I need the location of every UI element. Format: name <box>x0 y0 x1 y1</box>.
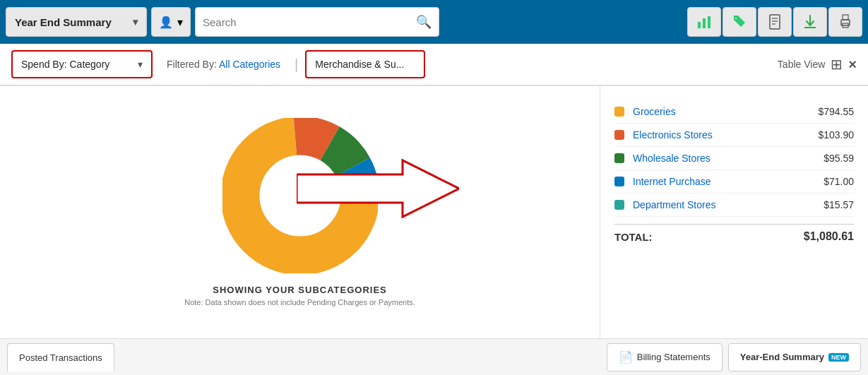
chart-subtitle: Note: Data shown does not include Pendin… <box>184 298 415 306</box>
legend-color-dot <box>614 177 624 186</box>
legend-item[interactable]: Internet Purchase $71.00 <box>614 170 854 194</box>
table-view-controls: Table View ⊞ × <box>778 56 857 73</box>
grid-view-icon[interactable]: ⊞ <box>831 56 843 73</box>
download-icon <box>802 13 819 30</box>
legend-category-name[interactable]: Wholesale Stores <box>633 153 824 164</box>
donut-chart-svg <box>222 118 378 273</box>
legend-category-name[interactable]: Electronics Stores <box>633 129 818 141</box>
user-icon: 👤 <box>159 16 173 29</box>
spend-by-dropdown[interactable]: Spend By: Category ▾ <box>11 50 153 78</box>
legend-item[interactable]: Department Stores $15.57 <box>614 194 854 217</box>
close-icon[interactable]: × <box>848 56 857 73</box>
svg-rect-0 <box>698 22 701 28</box>
legend-category-amount: $71.00 <box>824 176 854 187</box>
legend-color-dot <box>614 130 624 140</box>
new-badge: NEW <box>828 353 849 362</box>
download-button[interactable] <box>793 7 827 37</box>
billing-label: Billing Statements <box>637 352 711 362</box>
bar-chart-icon <box>696 13 713 30</box>
document-icon <box>766 13 783 30</box>
total-amount: $1,080.61 <box>804 230 854 243</box>
legend-color-dot <box>614 107 624 117</box>
chart-area: SHOWING YOUR SUBCATEGORIES Note: Data sh… <box>0 86 600 338</box>
tag-icon <box>731 13 748 30</box>
legend-item[interactable]: Wholesale Stores $95.59 <box>614 147 854 170</box>
spend-chevron-icon: ▾ <box>138 59 143 70</box>
legend-category-amount: $95.59 <box>824 153 854 164</box>
legend-area: Groceries $794.55 Electronics Stores $10… <box>600 86 868 338</box>
user-chevron-icon: ▾ <box>177 16 183 29</box>
bar-chart-button[interactable] <box>687 7 721 37</box>
posted-transactions-label: Posted Transactions <box>19 352 102 363</box>
search-icon[interactable]: 🔍 <box>416 14 432 30</box>
legend-list: Groceries $794.55 Electronics Stores $10… <box>614 100 854 217</box>
year-end-summary-label: Year-End Summary <box>740 352 824 362</box>
filter-text: Filtered By: All Categories <box>160 59 287 70</box>
search-input[interactable] <box>203 16 416 28</box>
document-button[interactable] <box>758 7 792 37</box>
total-label: TOTAL: <box>614 231 804 243</box>
billing-icon: 📄 <box>619 350 633 364</box>
legend-category-name[interactable]: Department Stores <box>633 199 824 210</box>
donut-chart <box>222 118 378 273</box>
year-end-chevron-icon: ▾ <box>133 16 138 28</box>
table-view-text: Table View <box>778 59 825 70</box>
chart-title: SHOWING YOUR SUBCATEGORIES <box>184 285 415 295</box>
year-end-label: Year End Summary <box>15 16 112 28</box>
year-end-summary-button[interactable]: Year-End Summary NEW <box>728 343 861 371</box>
legend-item[interactable]: Groceries $794.55 <box>614 100 854 124</box>
tag-button[interactable] <box>723 7 756 37</box>
footer: Posted Transactions 📄 Billing Statements… <box>0 338 868 375</box>
year-end-dropdown[interactable]: Year End Summary ▾ <box>6 7 147 37</box>
separator: | <box>295 56 298 73</box>
legend-total: TOTAL: $1,080.61 <box>614 224 854 243</box>
toolbar: Spend By: Category ▾ Filtered By: All Ca… <box>0 44 868 86</box>
spend-by-label: Spend By: Category <box>21 59 109 70</box>
svg-rect-9 <box>843 15 848 20</box>
posted-transactions-tab[interactable]: Posted Transactions <box>7 343 114 371</box>
legend-color-dot <box>614 153 624 163</box>
donut-center <box>263 159 337 232</box>
legend-category-name[interactable]: Groceries <box>633 106 818 117</box>
footer-right-actions: 📄 Billing Statements Year-End Summary NE… <box>607 343 861 371</box>
legend-category-amount: $15.57 <box>824 199 854 210</box>
search-bar[interactable]: 🔍 <box>195 7 439 37</box>
legend-color-dot <box>614 200 624 210</box>
billing-statements-button[interactable]: 📄 Billing Statements <box>607 343 723 371</box>
legend-category-amount: $103.90 <box>818 129 854 141</box>
legend-category-amount: $794.55 <box>818 106 854 117</box>
print-button[interactable] <box>828 7 862 37</box>
svg-rect-1 <box>703 18 706 28</box>
user-menu[interactable]: 👤 ▾ <box>151 7 191 37</box>
svg-rect-2 <box>708 16 711 28</box>
main-content: SHOWING YOUR SUBCATEGORIES Note: Data sh… <box>0 86 868 338</box>
print-icon <box>837 13 854 30</box>
legend-item[interactable]: Electronics Stores $103.90 <box>614 124 854 147</box>
legend-category-name[interactable]: Internet Purchase <box>633 176 824 187</box>
header: Year End Summary ▾ 👤 ▾ 🔍 <box>0 0 868 44</box>
filter-link[interactable]: All Categories <box>219 59 280 70</box>
svg-rect-3 <box>770 15 780 29</box>
merchandise-dropdown[interactable]: Merchandise & Su... <box>305 50 425 78</box>
chart-label: SHOWING YOUR SUBCATEGORIES Note: Data sh… <box>184 285 415 306</box>
merch-label: Merchandise & Su... <box>315 59 404 70</box>
header-action-icons <box>687 7 862 37</box>
